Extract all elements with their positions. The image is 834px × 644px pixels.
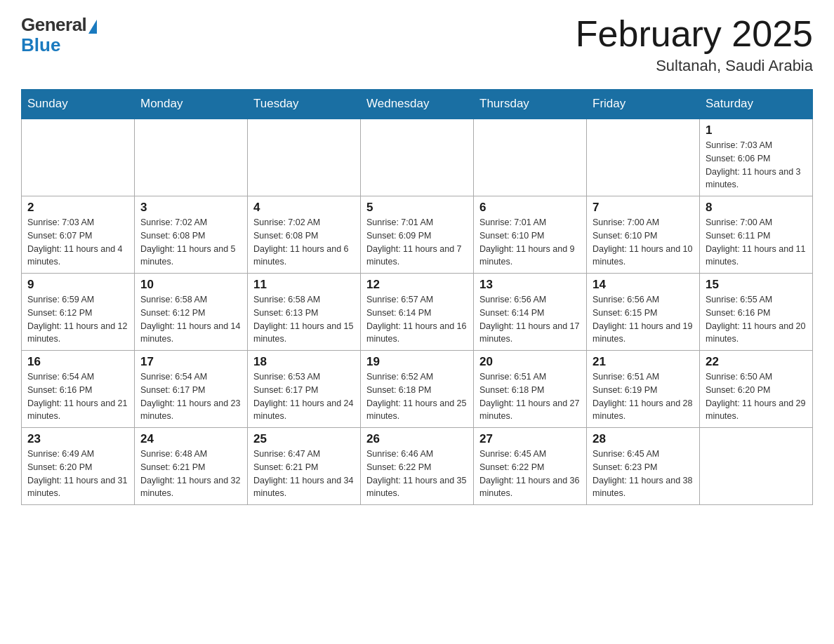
day-number: 6 [479, 201, 581, 215]
sunrise-text: Sunrise: 6:45 AM [593, 448, 694, 461]
sunrise-text: Sunrise: 6:58 AM [140, 293, 241, 307]
sunset-text: Sunset: 6:20 PM [27, 461, 128, 474]
day-info: Sunrise: 7:01 AMSunset: 6:10 PMDaylight:… [479, 216, 581, 269]
day-info: Sunrise: 6:51 AMSunset: 6:19 PMDaylight:… [593, 370, 694, 423]
table-row [474, 119, 587, 196]
table-row: 13Sunrise: 6:56 AMSunset: 6:14 PMDayligh… [474, 274, 587, 351]
day-info: Sunrise: 6:46 AMSunset: 6:22 PMDaylight:… [366, 448, 468, 500]
day-number: 17 [140, 355, 241, 369]
day-of-week-header: Saturday [700, 90, 813, 119]
day-number: 22 [706, 355, 807, 369]
logo-general-text: General [21, 14, 86, 36]
sunrise-text: Sunrise: 6:56 AM [593, 293, 694, 307]
daylight-text: Daylight: 11 hours and 5 minutes. [140, 243, 241, 269]
day-info: Sunrise: 6:57 AMSunset: 6:14 PMDaylight:… [366, 293, 468, 346]
daylight-text: Daylight: 11 hours and 16 minutes. [366, 320, 468, 347]
sunset-text: Sunset: 6:15 PM [593, 307, 694, 320]
day-info: Sunrise: 6:45 AMSunset: 6:22 PMDaylight:… [479, 448, 581, 500]
day-info: Sunrise: 7:03 AMSunset: 6:06 PMDaylight:… [706, 139, 807, 192]
sunrise-text: Sunrise: 6:50 AM [706, 370, 807, 384]
sunrise-text: Sunrise: 7:00 AM [706, 216, 807, 229]
sunset-text: Sunset: 6:16 PM [27, 384, 128, 397]
day-info: Sunrise: 6:56 AMSunset: 6:14 PMDaylight:… [479, 293, 581, 346]
table-row [700, 428, 813, 505]
table-row: 19Sunrise: 6:52 AMSunset: 6:18 PMDayligh… [361, 351, 474, 428]
sunset-text: Sunset: 6:09 PM [366, 229, 468, 243]
day-of-week-header: Thursday [474, 90, 587, 119]
daylight-text: Daylight: 11 hours and 38 minutes. [593, 474, 694, 501]
day-info: Sunrise: 7:00 AMSunset: 6:11 PMDaylight:… [706, 216, 807, 269]
daylight-text: Daylight: 11 hours and 32 minutes. [140, 474, 241, 501]
daylight-text: Daylight: 11 hours and 20 minutes. [706, 320, 807, 347]
day-number: 7 [593, 201, 694, 215]
day-number: 8 [706, 201, 807, 215]
table-row: 12Sunrise: 6:57 AMSunset: 6:14 PMDayligh… [361, 274, 474, 351]
sunset-text: Sunset: 6:07 PM [27, 229, 128, 243]
sunrise-text: Sunrise: 6:46 AM [366, 448, 468, 461]
sunrise-text: Sunrise: 6:54 AM [140, 370, 241, 384]
table-row: 15Sunrise: 6:55 AMSunset: 6:16 PMDayligh… [700, 274, 813, 351]
daylight-text: Daylight: 11 hours and 4 minutes. [27, 243, 128, 269]
table-row [361, 119, 474, 196]
day-info: Sunrise: 6:52 AMSunset: 6:18 PMDaylight:… [366, 370, 468, 423]
table-row: 7Sunrise: 7:00 AMSunset: 6:10 PMDaylight… [587, 196, 700, 274]
table-row: 21Sunrise: 6:51 AMSunset: 6:19 PMDayligh… [587, 351, 700, 428]
daylight-text: Daylight: 11 hours and 34 minutes. [253, 474, 355, 501]
sunrise-text: Sunrise: 6:56 AM [479, 293, 581, 307]
sunset-text: Sunset: 6:08 PM [253, 229, 355, 243]
day-info: Sunrise: 6:54 AMSunset: 6:16 PMDaylight:… [27, 370, 128, 423]
sunset-text: Sunset: 6:14 PM [366, 307, 468, 320]
daylight-text: Daylight: 11 hours and 7 minutes. [366, 243, 468, 269]
sunset-text: Sunset: 6:17 PM [253, 384, 355, 397]
table-row: 20Sunrise: 6:51 AMSunset: 6:18 PMDayligh… [474, 351, 587, 428]
day-info: Sunrise: 6:58 AMSunset: 6:12 PMDaylight:… [140, 293, 241, 346]
day-info: Sunrise: 6:59 AMSunset: 6:12 PMDaylight:… [27, 293, 128, 346]
table-row: 23Sunrise: 6:49 AMSunset: 6:20 PMDayligh… [22, 428, 135, 505]
title-block: February 2025 Sultanah, Saudi Arabia [576, 14, 813, 75]
calendar-week-row: 2Sunrise: 7:03 AMSunset: 6:07 PMDaylight… [22, 196, 813, 274]
month-title: February 2025 [576, 14, 813, 54]
sunrise-text: Sunrise: 7:01 AM [479, 216, 581, 229]
day-of-week-header: Tuesday [248, 90, 361, 119]
sunrise-text: Sunrise: 6:55 AM [706, 293, 807, 307]
day-number: 27 [479, 432, 581, 446]
sunrise-text: Sunrise: 7:01 AM [366, 216, 468, 229]
day-number: 28 [593, 432, 694, 446]
day-number: 20 [479, 355, 581, 369]
sunrise-text: Sunrise: 6:51 AM [593, 370, 694, 384]
day-of-week-header: Sunday [22, 90, 135, 119]
table-row [22, 119, 135, 196]
daylight-text: Daylight: 11 hours and 23 minutes. [140, 397, 241, 424]
calendar-header-row: SundayMondayTuesdayWednesdayThursdayFrid… [22, 90, 813, 119]
day-number: 2 [27, 201, 128, 215]
day-number: 14 [593, 278, 694, 292]
day-number: 21 [593, 355, 694, 369]
sunrise-text: Sunrise: 6:49 AM [27, 448, 128, 461]
table-row: 4Sunrise: 7:02 AMSunset: 6:08 PMDaylight… [248, 196, 361, 274]
day-info: Sunrise: 7:00 AMSunset: 6:10 PMDaylight:… [593, 216, 694, 269]
day-of-week-header: Friday [587, 90, 700, 119]
sunrise-text: Sunrise: 6:54 AM [27, 370, 128, 384]
table-row: 28Sunrise: 6:45 AMSunset: 6:23 PMDayligh… [587, 428, 700, 505]
sunrise-text: Sunrise: 6:45 AM [479, 448, 581, 461]
table-row: 18Sunrise: 6:53 AMSunset: 6:17 PMDayligh… [248, 351, 361, 428]
sunrise-text: Sunrise: 7:00 AM [593, 216, 694, 229]
daylight-text: Daylight: 11 hours and 21 minutes. [27, 397, 128, 424]
day-number: 15 [706, 278, 807, 292]
day-number: 23 [27, 432, 128, 446]
sunset-text: Sunset: 6:11 PM [706, 229, 807, 243]
sunset-text: Sunset: 6:22 PM [479, 461, 581, 474]
day-number: 19 [366, 355, 468, 369]
sunrise-text: Sunrise: 7:02 AM [253, 216, 355, 229]
daylight-text: Daylight: 11 hours and 35 minutes. [366, 474, 468, 501]
day-of-week-header: Monday [135, 90, 248, 119]
table-row: 8Sunrise: 7:00 AMSunset: 6:11 PMDaylight… [700, 196, 813, 274]
day-number: 25 [253, 432, 355, 446]
day-number: 4 [253, 201, 355, 215]
daylight-text: Daylight: 11 hours and 12 minutes. [27, 320, 128, 347]
table-row [587, 119, 700, 196]
sunset-text: Sunset: 6:06 PM [706, 152, 807, 166]
daylight-text: Daylight: 11 hours and 11 minutes. [706, 243, 807, 269]
table-row: 24Sunrise: 6:48 AMSunset: 6:21 PMDayligh… [135, 428, 248, 505]
logo: General Blue [21, 14, 97, 56]
